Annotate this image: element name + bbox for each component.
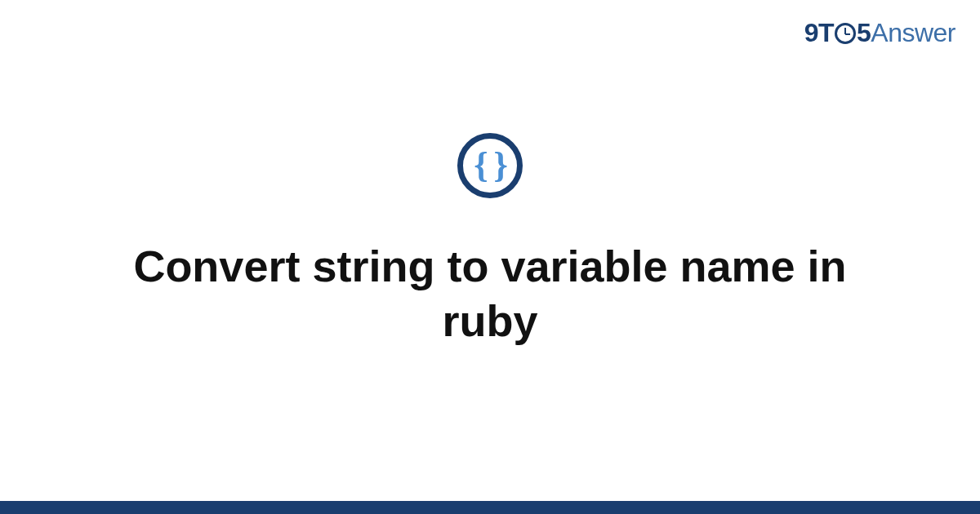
code-braces-icon: { }: [457, 133, 523, 198]
main-content: { } Convert string to variable name in r…: [0, 0, 980, 514]
braces-glyph: { }: [474, 148, 506, 184]
footer-bar: [0, 501, 980, 514]
page-title: Convert string to variable name in ruby: [82, 239, 898, 349]
